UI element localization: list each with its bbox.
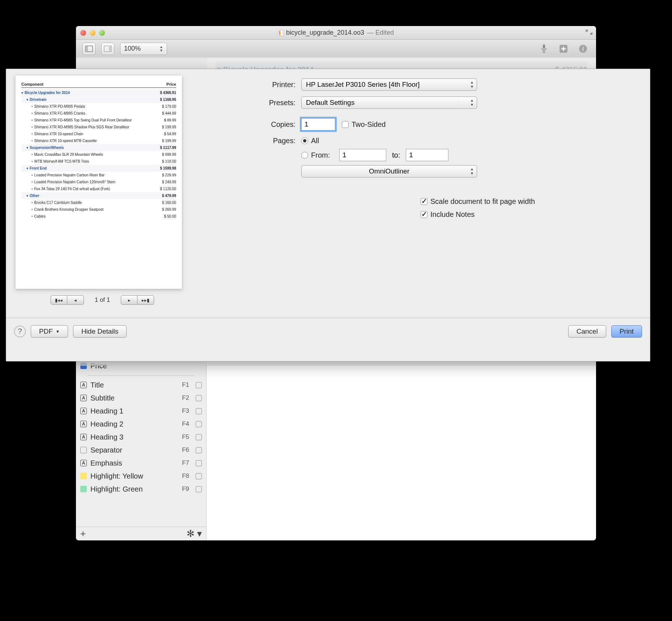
close-window-button[interactable] (80, 30, 86, 36)
preview-row: •Brooks C17 Cambium Saddle$ 160.00 (21, 199, 176, 206)
gear-menu[interactable]: ✻ ▾ (187, 528, 202, 539)
style-icon: A (80, 434, 87, 440)
cancel-button[interactable]: Cancel (568, 325, 606, 338)
preview-row: •Shimano XTR FC-M985 Cranks$ 444.99 (21, 110, 176, 117)
style-checkbox[interactable] (196, 434, 202, 440)
document-name: bicycle_upgrade_2014.oo3 (286, 29, 364, 37)
style-icon: A (80, 460, 87, 466)
preview-row: •Cables$ 50.00 (21, 213, 176, 220)
two-sided-checkbox[interactable] (342, 121, 349, 128)
sidebar-toggle-button[interactable] (82, 43, 95, 55)
page-indicator: 1 of 1 (95, 296, 110, 304)
style-item[interactable]: AHeading 2F4 (80, 417, 202, 431)
style-icon: A (80, 382, 87, 388)
zoom-select[interactable]: 100% ▲▼ (120, 43, 167, 55)
last-page-button[interactable]: ▸▸▮ (137, 295, 154, 305)
printer-select[interactable]: HP LaserJet P3010 Series [4th Floor]▲▼ (301, 78, 477, 91)
preview-row: ▾Suspension/Wheels$ 1117.99 (21, 144, 176, 151)
style-name: Heading 2 (90, 420, 123, 428)
style-checkbox[interactable] (196, 408, 202, 414)
sidebar-footer: + ✻ ▾ (76, 527, 206, 540)
style-checkbox[interactable] (196, 460, 202, 466)
copies-label: Copies: (200, 120, 301, 129)
style-item[interactable]: ASubtitleF2 (80, 391, 202, 404)
fullscreen-button[interactable] (585, 30, 592, 35)
style-checkbox[interactable] (196, 486, 202, 492)
style-item[interactable]: Highlight: GreenF9 (80, 483, 202, 496)
to-input[interactable] (406, 149, 448, 161)
style-item[interactable]: ATitleF1 (80, 378, 202, 391)
info-icon[interactable]: i (577, 43, 590, 55)
print-dialog: ComponentPrice ▾Bicycle Upgrades for 201… (6, 69, 650, 361)
preview-row: •Shimano XTR 10-speed MTB Cassette$ 199.… (21, 137, 176, 144)
style-item[interactable]: Highlight: YellowF8 (80, 470, 202, 483)
style-item[interactable]: AEmphasisF7 (80, 457, 202, 470)
svg-rect-3 (109, 46, 111, 52)
pages-all-label: All (311, 137, 319, 145)
sidebar-separator (88, 375, 195, 376)
style-name: Highlight: Yellow (90, 472, 143, 480)
pages-all-radio[interactable] (301, 137, 308, 144)
style-icon (80, 447, 87, 453)
preview-row: •WTB Weirwolf AM TCS MTB Tires$ 118.00 (21, 158, 176, 165)
include-notes-checkbox[interactable] (421, 211, 428, 218)
style-checkbox[interactable] (196, 395, 202, 401)
from-input[interactable] (339, 149, 386, 161)
preview-row: •Fox 34 Talas 29 140 Fit Ctd w/trail adj… (21, 185, 176, 192)
preview-row: ▾Other$ 479.99 (21, 192, 176, 199)
pages-label: Pages: (200, 137, 301, 145)
style-item[interactable]: SeparatorF6 (80, 444, 202, 457)
hide-details-button[interactable]: Hide Details (73, 325, 127, 338)
document-status: — Edited (367, 29, 394, 37)
preview-row: ▾Bicycle Upgrades for 2014$ 4366.91 (21, 89, 176, 96)
window-title: bicycle_upgrade_2014.oo3 — Edited (278, 29, 394, 37)
print-app-select[interactable]: OmniOutliner▲▼ (301, 165, 477, 177)
add-icon[interactable] (557, 43, 570, 55)
include-notes-label: Include Notes (430, 210, 475, 219)
style-checkbox[interactable] (196, 421, 202, 427)
two-sided-label: Two-Sided (352, 120, 386, 129)
preview-col-header: Price (166, 82, 176, 86)
preview-row: •Shimano XTR PD-M985 Pedals$ 179.00 (21, 103, 176, 110)
microphone-icon[interactable] (537, 43, 550, 55)
print-preview-page: ComponentPrice ▾Bicycle Upgrades for 201… (16, 76, 182, 289)
style-name: Highlight: Green (90, 485, 143, 493)
preview-row: •Shimano XTR FD-M985 Top Swing Dual Pull… (21, 117, 176, 124)
first-page-button[interactable]: ▮◂◂ (51, 295, 67, 305)
svg-rect-4 (543, 44, 545, 49)
preview-row: •Crank Brothers Kronolog Dropper Seatpos… (21, 206, 176, 213)
style-shortcut: F5 (182, 433, 189, 441)
inspector-toggle-button[interactable] (101, 43, 114, 55)
style-item[interactable]: AHeading 1F3 (80, 404, 202, 417)
to-label: to: (392, 151, 400, 159)
style-shortcut: F4 (182, 420, 189, 428)
presets-select[interactable]: Default Settings▲▼ (301, 97, 477, 109)
preview-row: •Mavic CrossMax SLR 29 Mountain Wheels$ … (21, 151, 176, 158)
prev-page-button[interactable]: ◂ (67, 295, 84, 305)
style-shortcut: F3 (182, 407, 189, 415)
help-button[interactable]: ? (14, 326, 26, 337)
preview-col-header: Component (21, 82, 166, 86)
style-item[interactable]: AHeading 3F5 (80, 431, 202, 444)
print-button[interactable]: Print (611, 325, 642, 338)
style-checkbox[interactable] (196, 473, 202, 479)
traffic-lights (80, 30, 105, 36)
titlebar: bicycle_upgrade_2014.oo3 — Edited (76, 26, 596, 40)
add-button[interactable]: + (80, 528, 86, 539)
style-name: Heading 3 (90, 433, 123, 441)
style-name: Subtitle (90, 394, 115, 402)
zoom-window-button[interactable] (99, 30, 105, 36)
next-page-button[interactable]: ▸ (121, 295, 137, 305)
preview-row: •Shimano XTR 10-speed Chain$ 54.99 (21, 130, 176, 137)
zoom-value: 100% (124, 45, 141, 52)
scale-label: Scale document to fit page width (430, 197, 535, 206)
pages-range-radio[interactable] (301, 152, 308, 159)
style-checkbox[interactable] (196, 447, 202, 453)
scale-checkbox[interactable] (421, 198, 428, 205)
style-icon (80, 486, 87, 492)
svg-rect-1 (85, 46, 88, 52)
style-checkbox[interactable] (196, 382, 202, 388)
copies-input[interactable] (301, 118, 335, 130)
minimize-window-button[interactable] (90, 30, 95, 36)
pdf-menu-button[interactable]: PDF▼ (31, 325, 68, 338)
